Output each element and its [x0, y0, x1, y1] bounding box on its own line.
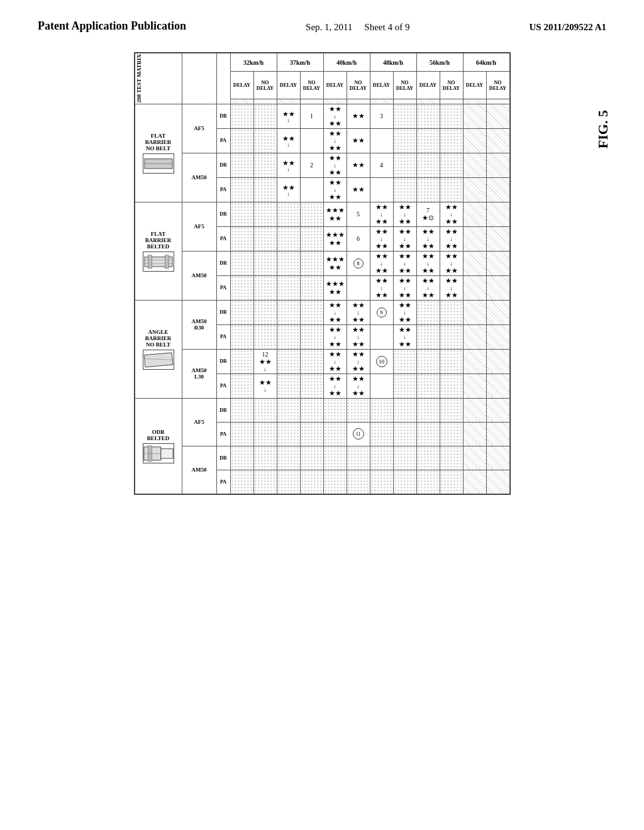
barrier-flat-nobelt: FLATBARRIERNO BELT: [135, 104, 182, 202]
speed-32: 32km/h: [230, 53, 277, 72]
drpa-am50-pa-1: PA: [216, 177, 230, 202]
drpa-af5-dr-1: DR: [216, 104, 230, 128]
nodelay-40: NO DELAY: [347, 72, 370, 99]
delay-32: DELAY: [230, 72, 253, 99]
drpa-am50r30-pa: PA: [216, 324, 230, 349]
header-center: Sep. 1, 2011 Sheet 4 of 9: [306, 19, 409, 33]
barrier-flat-belted: FLATBARRIERBELTED: [135, 202, 182, 300]
publication-title: Patent Application Publication: [38, 19, 186, 33]
speed-40: 40km/h: [323, 53, 370, 72]
matrix-title-cell: 208 TEST MATRIX: [135, 53, 182, 104]
svg-rect-8: [165, 255, 169, 268]
config-af5-2: AF5: [182, 202, 216, 251]
barrier-odb-belted: ODBBELTED: [135, 398, 182, 494]
drpa-af5-pa-3: PA: [216, 422, 230, 446]
drpa-am50-dr-1: DR: [216, 153, 230, 177]
drpa-am50-pa-2: PA: [216, 275, 230, 300]
barrier-angle-nobelt: ANGLEBARRIERNO BELT: [135, 300, 182, 398]
config-am50-l30: AM50L30: [182, 349, 216, 398]
config-am50-r30: AM50R30: [182, 300, 216, 349]
drpa-af5-dr-2: DR: [216, 202, 230, 226]
test-matrix-table: 208 TEST MATRIX 32km/h 37km/h 40km/h 48k…: [134, 52, 511, 495]
config-am50-3: AM50: [182, 446, 216, 494]
figure-label: FIG. 5: [595, 110, 611, 148]
drpa-am50-dr-3: DR: [216, 446, 230, 470]
svg-rect-7: [148, 255, 152, 268]
nodelay-56: NO DELAY: [440, 72, 463, 99]
delay-56: DELAY: [416, 72, 440, 99]
config-af5-1: AF5: [182, 104, 216, 153]
config-af5-3: AF5: [182, 398, 216, 446]
delay-37: DELAY: [277, 72, 300, 99]
publication-number: US 2011/209522 A1: [529, 19, 606, 33]
nodelay-64: NO DELAY: [486, 72, 509, 99]
delay-64: DELAY: [463, 72, 486, 99]
config-am50-1: AM50: [182, 153, 216, 202]
drpa-af5-pa-1: PA: [216, 128, 230, 153]
drpa-am50l30-dr: DR: [216, 349, 230, 374]
svg-rect-10: [144, 353, 173, 367]
drpa-am50-dr-2: DR: [216, 251, 230, 275]
sheet-info: Sheet 4 of 9: [364, 22, 409, 32]
speed-48: 48km/h: [370, 53, 416, 72]
speed-56: 56km/h: [416, 53, 463, 72]
nodelay-48: NO DELAY: [393, 72, 416, 99]
drpa-af5-dr-3: DR: [216, 398, 230, 422]
drpa-am50l30-pa: PA: [216, 374, 230, 398]
config-am50-2: AM50: [182, 251, 216, 300]
drpa-am50-pa-3: PA: [216, 470, 230, 494]
delay-48: DELAY: [370, 72, 393, 99]
matrix-title: 208 TEST MATRIX: [136, 54, 142, 103]
main-content: 208 TEST MATRIX 32km/h 37km/h 40km/h 48k…: [0, 40, 644, 507]
nodelay-32: NO DELAY: [253, 72, 277, 99]
drpa-am50r30-dr: DR: [216, 300, 230, 324]
drpa-af5-pa-2: PA: [216, 226, 230, 251]
nodelay-37: NO DELAY: [300, 72, 323, 99]
speed-37: 37km/h: [277, 53, 323, 72]
speed-64: 64km/h: [463, 53, 509, 72]
page-header: Patent Application Publication Sep. 1, 2…: [0, 0, 644, 40]
delay-40: DELAY: [323, 72, 347, 99]
publication-date: Sep. 1, 2011: [306, 22, 352, 32]
svg-rect-14: [160, 449, 172, 458]
